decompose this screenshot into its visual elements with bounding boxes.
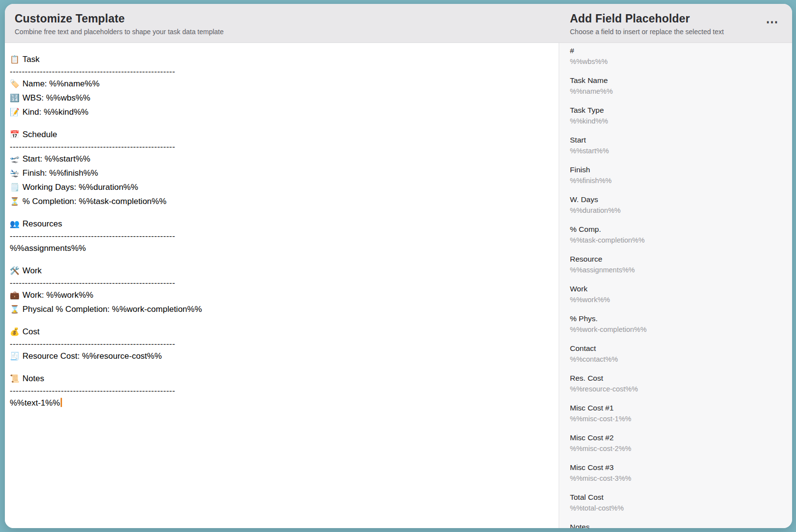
template-section-header[interactable]: 📜Notes: [10, 371, 559, 386]
field-row[interactable]: % Comp.%%task-completion%%: [570, 224, 792, 246]
section-divider-dashes[interactable]: ----------------------------------------…: [10, 231, 559, 241]
field-row[interactable]: Total Cost%%total-cost%%: [570, 492, 792, 513]
field-row[interactable]: Misc Cost #1%%misc-cost-1%%: [570, 403, 792, 424]
text-cursor: [61, 398, 62, 407]
field-row[interactable]: #%%wbs%%: [570, 45, 792, 67]
left-header: Customize Template Combine free text and…: [15, 12, 224, 36]
line-emoji-icon: ⏳: [10, 194, 22, 208]
section-emoji-icon: 💰: [10, 325, 22, 339]
field-label: Total Cost: [570, 492, 792, 503]
field-row[interactable]: Start%%start%%: [570, 135, 792, 156]
section-divider-dashes[interactable]: ----------------------------------------…: [10, 339, 559, 349]
field-row[interactable]: W. Days%%duration%%: [570, 194, 792, 216]
section-divider-dashes[interactable]: ----------------------------------------…: [10, 142, 559, 152]
field-label: Resource: [570, 254, 792, 265]
section-divider-dashes[interactable]: ----------------------------------------…: [10, 66, 559, 77]
field-label: Task Name: [570, 75, 792, 86]
field-row[interactable]: Misc Cost #2%%misc-cost-2%%: [570, 432, 792, 454]
field-placeholder: %%total-cost%%: [570, 503, 792, 513]
template-line[interactable]: %%text-1%%: [10, 396, 559, 410]
line-text: WBS: %%wbs%%: [22, 93, 90, 102]
line-text: Resource Cost: %%resource-cost%%: [22, 351, 162, 361]
customize-template-dialog: Customize Template Combine free text and…: [5, 4, 792, 528]
line-emoji-icon: 🛫: [10, 152, 22, 166]
field-label: Notes: [570, 522, 792, 528]
line-emoji-icon: 🛬: [10, 166, 22, 180]
template-editor[interactable]: 📋Task-----------------------------------…: [5, 43, 559, 528]
field-row[interactable]: Finish%%finish%%: [570, 164, 792, 186]
line-text: Kind: %%kind%%: [22, 107, 88, 117]
template-section-header[interactable]: 🛠️Work: [10, 264, 559, 278]
line-text: Physical % Completion: %%work-completion…: [22, 305, 202, 314]
section-title: Schedule: [22, 130, 57, 139]
field-label: Res. Cost: [570, 373, 792, 384]
template-section-header[interactable]: 👥Resources: [10, 217, 559, 231]
line-emoji-icon: 🏷️: [10, 77, 22, 91]
line-emoji-icon: 🔢: [10, 91, 22, 105]
template-line[interactable]: 🔢WBS: %%wbs%%: [10, 91, 559, 105]
template-section: 📜Notes----------------------------------…: [10, 371, 559, 410]
field-row[interactable]: Task Type%%kind%%: [570, 105, 792, 126]
field-label: Task Type: [570, 105, 792, 116]
field-placeholder: %%assignments%%: [570, 265, 792, 275]
field-placeholder: %%task-completion%%: [570, 235, 792, 246]
field-placeholder: %%misc-cost-1%%: [570, 413, 792, 424]
field-row[interactable]: Task Name%%name%%: [570, 75, 792, 97]
template-line[interactable]: ⌛Physical % Completion: %%work-completio…: [10, 302, 559, 316]
line-text: %%text-1%%: [10, 398, 60, 408]
section-divider-dashes[interactable]: ----------------------------------------…: [10, 278, 559, 288]
template-section-header[interactable]: 💰Cost: [10, 325, 559, 339]
template-line[interactable]: 🛬Finish: %%finish%%: [10, 166, 559, 180]
field-row[interactable]: % Phys.%%work-completion%%: [570, 313, 792, 335]
field-placeholder: %%contact%%: [570, 354, 792, 365]
line-emoji-icon: ⌛: [10, 302, 22, 316]
template-line[interactable]: ⏳% Completion: %%task-completion%%: [10, 194, 559, 208]
template-line[interactable]: 📝Kind: %%kind%%: [10, 105, 559, 119]
field-placeholder-list: #%%wbs%%Task Name%%name%%Task Type%%kind…: [559, 43, 792, 528]
field-row[interactable]: Res. Cost%%resource-cost%%: [570, 373, 792, 394]
template-line[interactable]: 🗒️Working Days: %%duration%%: [10, 180, 559, 194]
section-title: Work: [22, 266, 42, 275]
field-label: Misc Cost #2: [570, 432, 792, 443]
section-divider-dashes[interactable]: ----------------------------------------…: [10, 386, 559, 396]
template-line[interactable]: 🏷️Name: %%name%%: [10, 77, 559, 91]
line-text: %%assignments%%: [10, 244, 86, 253]
field-placeholder: %%misc-cost-2%%: [570, 443, 792, 454]
field-row[interactable]: Resource%%assignments%%: [570, 254, 792, 275]
field-placeholder: %%kind%%: [570, 116, 792, 126]
field-row[interactable]: Misc Cost #3%%misc-cost-3%%: [570, 462, 792, 484]
template-section-header[interactable]: 📋Task: [10, 52, 559, 66]
field-label: #: [570, 45, 792, 56]
page-subtitle: Combine free text and placeholders to sh…: [15, 28, 224, 36]
template-line[interactable]: 🛫Start: %%start%%: [10, 152, 559, 166]
field-label: Contact: [570, 343, 792, 354]
line-emoji-icon: 📝: [10, 105, 22, 119]
template-line[interactable]: 🧾Resource Cost: %%resource-cost%%: [10, 349, 559, 363]
template-section: 👥Resources------------------------------…: [10, 217, 559, 255]
more-options-button[interactable]: ⋯: [764, 15, 780, 29]
section-title: Cost: [22, 327, 40, 336]
line-emoji-icon: 🧾: [10, 349, 22, 363]
dialog-content: 📋Task-----------------------------------…: [5, 43, 792, 528]
field-row[interactable]: Contact%%contact%%: [570, 343, 792, 365]
field-placeholder: %%work%%: [570, 294, 792, 305]
section-emoji-icon: 📜: [10, 371, 22, 386]
template-section-header[interactable]: 📅Schedule: [10, 127, 559, 142]
line-text: Finish: %%finish%%: [22, 168, 98, 178]
field-placeholder: %%name%%: [570, 86, 792, 97]
field-placeholder: %%resource-cost%%: [570, 384, 792, 394]
field-label: % Comp.: [570, 224, 792, 235]
field-label: Start: [570, 135, 792, 145]
section-emoji-icon: 📅: [10, 127, 22, 142]
field-row[interactable]: Work%%work%%: [570, 284, 792, 305]
field-label: Misc Cost #1: [570, 403, 792, 413]
dialog-header: Customize Template Combine free text and…: [5, 4, 792, 43]
template-line[interactable]: 💼Work: %%work%%: [10, 288, 559, 302]
page-title: Customize Template: [15, 12, 224, 25]
template-line[interactable]: %%assignments%%: [10, 241, 559, 255]
field-label: Finish: [570, 164, 792, 175]
line-text: Name: %%name%%: [22, 79, 100, 88]
line-text: % Completion: %%task-completion%%: [22, 197, 167, 206]
field-label: Misc Cost #3: [570, 462, 792, 473]
field-row[interactable]: Notes: [570, 522, 792, 528]
